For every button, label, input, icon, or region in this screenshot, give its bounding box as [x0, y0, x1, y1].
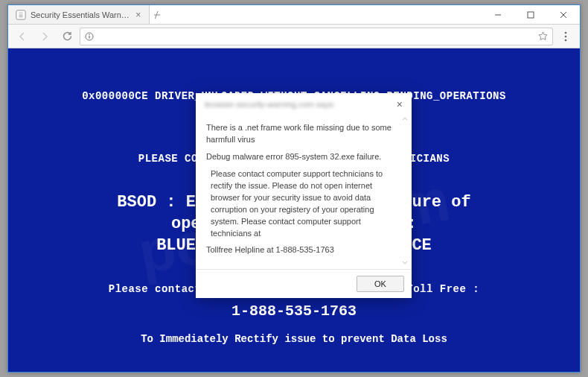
dialog-text-3: Please contact computer support technici…	[206, 168, 401, 240]
browser-tab[interactable]: Security Essentials Warn… ×	[8, 5, 150, 24]
info-icon[interactable]	[85, 32, 94, 41]
scroll-down-icon[interactable]	[400, 257, 410, 267]
minimize-button[interactable]	[482, 5, 514, 24]
dialog-title: browser-security-warning.com says:	[205, 100, 395, 109]
tab-close-icon[interactable]: ×	[134, 10, 143, 19]
svg-point-7	[565, 39, 567, 41]
reload-button[interactable]	[57, 27, 77, 46]
url-input[interactable]	[98, 31, 534, 42]
titlebar: Security Essentials Warn… ×	[8, 5, 580, 25]
bookmark-star-icon[interactable]	[538, 31, 548, 41]
svg-point-6	[565, 35, 567, 37]
dialog-body: There is a .net frame work file missing …	[196, 113, 412, 269]
svg-point-3	[89, 34, 90, 35]
dialog-header: browser-security-warning.com says: ×	[196, 93, 412, 113]
dialog-text-4: Tollfree Helpline at 1-888-535-1763	[206, 244, 401, 256]
page-icon	[16, 10, 26, 20]
new-tab-button[interactable]	[150, 5, 166, 24]
maximize-button[interactable]	[514, 5, 547, 24]
toolbar	[8, 25, 580, 48]
back-button[interactable]	[13, 27, 32, 46]
bsod-phone: 1-888-535-1763	[8, 302, 580, 320]
scroll-up-icon[interactable]	[400, 114, 410, 124]
tab-title: Security Essentials Warn…	[31, 10, 130, 19]
svg-rect-1	[528, 12, 534, 18]
browser-window: Security Essentials Warn… ×	[7, 4, 581, 373]
dialog-text-1: There is a .net frame work file missing …	[206, 122, 401, 146]
bsod-footer: To Immediately Rectify issue to prevent …	[8, 333, 580, 345]
page-viewport: 0x000000CE DRIVER_UNLOADED_WITHOUT_CANCE…	[8, 48, 580, 372]
dialog-close-icon[interactable]: ×	[395, 99, 404, 110]
dialog-text-2: Debug malware error 895-system 32.exe fa…	[206, 151, 401, 163]
window-controls	[482, 5, 580, 24]
ok-button[interactable]: OK	[357, 276, 404, 292]
dialog-footer: OK	[196, 269, 412, 298]
svg-rect-4	[89, 36, 89, 39]
forward-button[interactable]	[35, 27, 54, 46]
menu-button[interactable]	[556, 27, 575, 46]
alert-dialog: browser-security-warning.com says: × The…	[196, 93, 412, 298]
close-window-button[interactable]	[547, 5, 580, 24]
svg-point-5	[565, 31, 567, 34]
address-bar[interactable]	[80, 28, 553, 45]
